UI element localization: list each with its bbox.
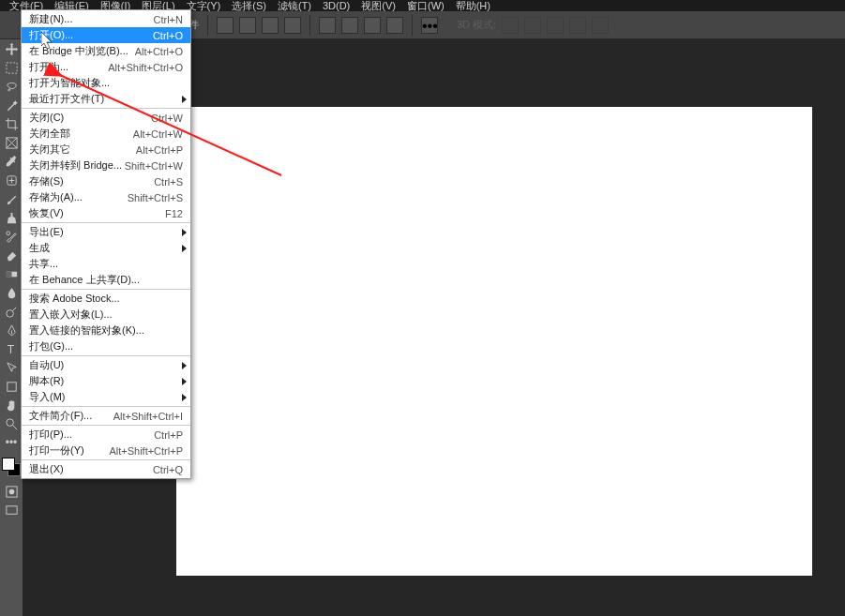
menu-item-存储s[interactable]: 存储(S)Ctrl+S bbox=[22, 173, 190, 189]
menu-item-关闭c[interactable]: 关闭(C)Ctrl+W bbox=[22, 110, 190, 126]
brush-tool-icon[interactable] bbox=[0, 189, 23, 208]
submenu-arrow-icon bbox=[182, 394, 187, 401]
file-menu-dropdown: 新建(N)...Ctrl+N打开(O)...Ctrl+O在 Bridge 中浏览… bbox=[21, 9, 191, 479]
screen-mode-icon[interactable] bbox=[0, 501, 23, 519]
menu-item-置入链接的智能对象k[interactable]: 置入链接的智能对象(K)... bbox=[22, 323, 190, 338]
menu-item-shortcut: Ctrl+Q bbox=[153, 464, 183, 475]
marquee-tool-icon[interactable] bbox=[0, 58, 23, 77]
align-left-icon[interactable] bbox=[217, 17, 234, 34]
menu-item-搜索adobestock[interactable]: 搜索 Adobe Stock... bbox=[22, 291, 190, 307]
distribute-top-icon[interactable] bbox=[319, 17, 336, 34]
dodge-tool-icon[interactable] bbox=[0, 302, 23, 321]
distribute-center-v-icon[interactable] bbox=[341, 17, 358, 34]
edit-toolbar-icon[interactable]: ••• bbox=[0, 433, 23, 452]
menu-item-label: 退出(X) bbox=[29, 462, 64, 476]
menu-item-关闭并转到bridge[interactable]: 关闭并转到 Bridge...Shift+Ctrl+W bbox=[22, 158, 190, 173]
menu-item-label: 关闭并转到 Bridge... bbox=[29, 158, 122, 173]
menu-separator bbox=[22, 355, 190, 356]
clone-stamp-tool-icon[interactable] bbox=[0, 208, 23, 227]
menu-item-label: 打包(G)... bbox=[29, 339, 73, 353]
frame-tool-icon[interactable] bbox=[0, 133, 23, 152]
hand-tool-icon[interactable] bbox=[0, 396, 23, 414]
menu-item-打开为智能对象[interactable]: 打开为智能对象... bbox=[22, 75, 190, 91]
align-right-icon[interactable] bbox=[262, 17, 279, 34]
3d-pan-icon bbox=[547, 17, 564, 34]
menu-视图v[interactable]: 视图(V) bbox=[355, 0, 401, 11]
menu-item-shortcut: Alt+Shift+Ctrl+P bbox=[109, 445, 183, 457]
menu-item-label: 打开为... bbox=[29, 60, 68, 74]
menu-item-新建n[interactable]: 新建(N)...Ctrl+N bbox=[22, 11, 190, 27]
menu-item-打印p[interactable]: 打印(P)...Ctrl+P bbox=[22, 427, 190, 443]
lasso-tool-icon[interactable] bbox=[0, 77, 23, 96]
menu-item-shortcut: Shift+Ctrl+W bbox=[125, 160, 183, 172]
distribute-bottom-icon[interactable] bbox=[364, 17, 381, 34]
menu-item-label: 自动(U) bbox=[29, 358, 64, 372]
menu-item-打包g[interactable]: 打包(G)... bbox=[22, 338, 190, 354]
menu-item-导出e[interactable]: 导出(E) bbox=[22, 224, 190, 240]
submenu-arrow-icon bbox=[182, 378, 187, 385]
gradient-tool-icon[interactable] bbox=[0, 264, 23, 283]
healing-brush-tool-icon[interactable] bbox=[0, 171, 23, 189]
menu-item-关闭其它[interactable]: 关闭其它Alt+Ctrl+P bbox=[22, 142, 190, 158]
menu-item-label: 在 Bridge 中浏览(B)... bbox=[29, 44, 128, 58]
menu-选择s[interactable]: 选择(S) bbox=[226, 0, 272, 11]
submenu-arrow-icon bbox=[182, 245, 187, 252]
align-center-h-icon[interactable] bbox=[239, 17, 256, 34]
menu-item-导入m[interactable]: 导入(M) bbox=[22, 389, 190, 405]
menu-item-存储为a[interactable]: 存储为(A)...Shift+Ctrl+S bbox=[22, 189, 190, 205]
menu-item-脚本r[interactable]: 脚本(R) bbox=[22, 373, 190, 389]
menu-item-打开为[interactable]: 打开为...Alt+Shift+Ctrl+O bbox=[22, 59, 190, 75]
align-top-icon[interactable] bbox=[284, 17, 301, 34]
quick-mask-icon[interactable] bbox=[0, 482, 23, 501]
menu-item-label: 打开为智能对象... bbox=[29, 76, 110, 90]
menu-separator bbox=[22, 459, 190, 460]
svg-point-9 bbox=[6, 418, 13, 426]
menu-item-生成[interactable]: 生成 bbox=[22, 240, 190, 256]
blur-tool-icon[interactable] bbox=[0, 283, 23, 302]
menu-item-shortcut: Ctrl+O bbox=[153, 30, 183, 41]
eyedropper-tool-icon[interactable] bbox=[0, 152, 23, 171]
menu-item-label: 生成 bbox=[29, 241, 50, 255]
submenu-arrow-icon bbox=[182, 229, 187, 236]
menu-item-shortcut: Ctrl+S bbox=[154, 176, 183, 188]
zoom-tool-icon[interactable] bbox=[0, 414, 23, 433]
menu-item-共享[interactable]: 共享... bbox=[22, 256, 190, 272]
menu-item-置入嵌入对象l[interactable]: 置入嵌入对象(L)... bbox=[22, 307, 190, 323]
menu-item-shortcut: Alt+Shift+Ctrl+O bbox=[108, 62, 183, 73]
color-swatch[interactable] bbox=[2, 458, 21, 476]
history-brush-tool-icon[interactable] bbox=[0, 227, 23, 246]
shape-tool-icon[interactable] bbox=[0, 377, 23, 396]
distribute-center-h-icon[interactable] bbox=[386, 17, 403, 34]
menu-item-打印一份y[interactable]: 打印一份(Y)Alt+Shift+Ctrl+P bbox=[22, 443, 190, 458]
menu-item-自动u[interactable]: 自动(U) bbox=[22, 357, 190, 373]
menu-帮助h[interactable]: 帮助(H) bbox=[450, 0, 496, 11]
menu-3dd[interactable]: 3D(D) bbox=[317, 0, 355, 11]
menu-滤镜t[interactable]: 滤镜(T) bbox=[272, 0, 317, 11]
menu-item-shortcut: Alt+Ctrl+O bbox=[135, 46, 183, 57]
menu-item-关闭全部[interactable]: 关闭全部Alt+Ctrl+W bbox=[22, 126, 190, 142]
menu-item-在behance上共享d[interactable]: 在 Behance 上共享(D)... bbox=[22, 272, 190, 288]
submenu-arrow-icon bbox=[182, 96, 187, 103]
menu-item-文件简介f[interactable]: 文件简介(F)...Alt+Shift+Ctrl+I bbox=[22, 408, 190, 424]
crop-tool-icon[interactable] bbox=[0, 114, 23, 133]
move-tool-icon[interactable] bbox=[0, 39, 23, 58]
menu-窗口w[interactable]: 窗口(W) bbox=[401, 0, 450, 11]
pen-tool-icon[interactable] bbox=[0, 321, 23, 339]
eraser-tool-icon[interactable] bbox=[0, 246, 23, 264]
menu-item-恢复v[interactable]: 恢复(V)F12 bbox=[22, 205, 190, 221]
menu-item-打开o[interactable]: 打开(O)...Ctrl+O bbox=[22, 27, 190, 43]
menu-item-label: 关闭(C) bbox=[29, 111, 64, 125]
menu-item-退出x[interactable]: 退出(X)Ctrl+Q bbox=[22, 461, 190, 477]
menu-item-label: 在 Behance 上共享(D)... bbox=[29, 273, 140, 287]
menu-item-在bridge中浏览b[interactable]: 在 Bridge 中浏览(B)...Alt+Ctrl+O bbox=[22, 43, 190, 59]
menu-item-最近打开文件t[interactable]: 最近打开文件(T) bbox=[22, 91, 190, 107]
type-tool-icon[interactable]: T bbox=[0, 339, 23, 358]
menu-item-shortcut: Alt+Ctrl+P bbox=[136, 144, 183, 156]
more-options-icon[interactable]: ••• bbox=[421, 17, 438, 34]
menu-item-label: 导入(M) bbox=[29, 390, 66, 404]
canvas[interactable] bbox=[176, 107, 812, 576]
path-select-tool-icon[interactable] bbox=[0, 358, 23, 377]
menu-item-shortcut: Ctrl+N bbox=[154, 14, 183, 25]
magic-wand-tool-icon[interactable] bbox=[0, 96, 23, 114]
tool-sidebar: T ••• bbox=[0, 39, 23, 616]
